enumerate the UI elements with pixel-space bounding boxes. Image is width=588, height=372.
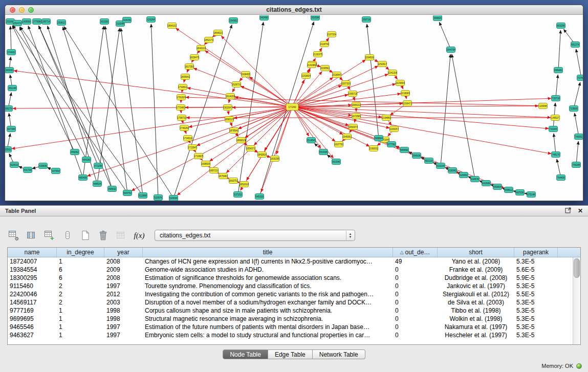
network-node[interactable]: 1770483 xyxy=(176,105,185,111)
table-cell[interactable]: Investigating the contribution of common… xyxy=(143,290,393,298)
citation-network-graph[interactable]: 1724018640231852170184021618294751817350… xyxy=(5,15,583,201)
table-cell[interactable]: 1 xyxy=(57,323,104,331)
network-node[interactable]: 464180 xyxy=(82,157,91,163)
table-cell[interactable]: Hescheler et al. (1997) xyxy=(438,331,514,339)
column-settings-button[interactable]: ⚙ xyxy=(7,229,20,242)
network-node[interactable]: 594008 xyxy=(412,153,421,159)
table-cell[interactable]: Nakamura et al. (1997) xyxy=(438,323,514,331)
network-node[interactable]: 553438 xyxy=(319,149,328,155)
network-node[interactable]: 1514545 xyxy=(307,138,316,143)
table-cell[interactable]: 5.5E-5 xyxy=(514,290,558,298)
tab-node-table[interactable]: Node Table xyxy=(223,349,268,359)
network-node[interactable]: 277698 xyxy=(33,19,41,25)
network-node[interactable]: 1734518 xyxy=(183,136,192,141)
column-header-pagerank[interactable]: pagerank xyxy=(514,248,558,257)
network-node[interactable]: 496632 xyxy=(108,186,117,192)
table-cell[interactable]: 5.3E-5 xyxy=(514,298,558,307)
network-node[interactable]: 431728 xyxy=(24,167,32,173)
network-node[interactable]: 1944794 xyxy=(446,47,455,53)
network-node[interactable]: 715718 xyxy=(552,96,560,101)
table-cell[interactable]: Corpus callosum shape and size in male p… xyxy=(143,307,393,315)
table-cell[interactable]: 9699695 xyxy=(8,315,57,323)
network-node[interactable]: 504750 xyxy=(123,190,132,196)
column-header-short[interactable]: short xyxy=(438,248,514,257)
network-node[interactable]: 1852170 xyxy=(204,37,213,43)
table-cell[interactable]: 1 xyxy=(57,315,104,323)
network-node[interactable]: 1781926 xyxy=(177,95,186,100)
network-node[interactable]: 2007320 xyxy=(341,81,351,86)
network-node[interactable]: 1805642 xyxy=(181,74,190,80)
network-node[interactable]: 1698934 xyxy=(201,161,210,167)
network-node[interactable]: 342490 xyxy=(260,15,269,20)
network-node[interactable]: 634578 xyxy=(471,177,480,182)
select-columns-button[interactable] xyxy=(25,229,38,242)
window-titlebar[interactable]: × − + citations_edges.txt xyxy=(5,5,583,15)
table-cell[interactable]: Stergiakouli et al. (2012) xyxy=(438,290,514,298)
network-node[interactable]: 285714 xyxy=(42,19,51,25)
table-row[interactable]: 1830029562008Estimation of significance … xyxy=(8,274,580,282)
table-cell[interactable]: 22420046 xyxy=(8,290,57,298)
network-node[interactable]: 2229694 xyxy=(396,80,405,86)
network-node[interactable]: 1864102 xyxy=(167,23,177,29)
network-node[interactable]: 1926731 xyxy=(232,82,241,87)
table-cell[interactable]: Jankovic et al. (1997) xyxy=(438,282,514,290)
network-node[interactable]: 399276 xyxy=(5,106,13,112)
network-node[interactable]: 1746290 xyxy=(180,125,189,131)
table-cell[interactable]: 19384554 xyxy=(8,266,57,274)
network-node[interactable]: 1937750 xyxy=(334,142,343,147)
network-node[interactable]: 447954 xyxy=(52,168,60,174)
table-row[interactable]: 946362711997Embryonic stem cells: a mode… xyxy=(8,331,580,339)
table-cell[interactable]: Disruption of a novel member of a sodium… xyxy=(143,298,393,307)
network-node[interactable]: 1914208 xyxy=(226,94,235,99)
network-node[interactable]: 650804 xyxy=(493,184,502,190)
network-node[interactable]: 439836 xyxy=(39,163,48,169)
table-cell[interactable]: Wolkin et al. (1998) xyxy=(438,315,514,323)
network-node[interactable]: 1866019 xyxy=(236,138,246,143)
network-node[interactable]: 748170 xyxy=(552,152,560,158)
table-cell[interactable]: 49 xyxy=(393,257,438,266)
table-row[interactable]: 969969511998Structural magnetic resonanc… xyxy=(8,315,580,323)
network-node[interactable]: 326264 xyxy=(147,17,156,23)
network-node[interactable]: 1710825 xyxy=(194,154,203,159)
table-cell[interactable]: 5.3E-5 xyxy=(514,282,558,290)
network-node[interactable]: 626460 xyxy=(460,172,468,178)
network-node[interactable]: 456062 xyxy=(71,149,79,155)
table-cell[interactable]: 1 xyxy=(57,257,104,266)
vertical-scrollbar[interactable] xyxy=(573,257,580,344)
table-cell[interactable]: 1 xyxy=(57,307,104,315)
network-node[interactable]: 1972589 xyxy=(352,114,361,119)
delete-table-button[interactable] xyxy=(97,229,110,242)
import-table-button[interactable] xyxy=(115,229,128,242)
table-cell[interactable]: 9777169 xyxy=(8,307,57,315)
network-node[interactable]: 1663752 xyxy=(229,178,238,184)
network-node[interactable]: 1938455 xyxy=(241,72,250,77)
table-cell[interactable]: 0 xyxy=(393,298,438,307)
table-cell[interactable]: Estimation of significance thresholds fo… xyxy=(143,274,393,282)
network-node[interactable]: 1960974 xyxy=(349,124,358,130)
network-node[interactable]: 383050 xyxy=(5,68,14,73)
network-node[interactable]: 731944 xyxy=(549,126,558,132)
window-zoom-button[interactable]: + xyxy=(28,7,34,13)
table-cell[interactable]: 2003 xyxy=(104,298,143,307)
network-node[interactable]: 261472 xyxy=(13,20,22,26)
table-row[interactable]: 2242004622012Investigating the contribut… xyxy=(8,290,580,298)
table-cell[interactable]: 6 xyxy=(57,266,104,274)
network-node[interactable]: 391168 xyxy=(8,85,17,91)
network-node[interactable]: 1758731 xyxy=(177,115,186,121)
network-node[interactable]: 358716 xyxy=(362,17,371,23)
network-node[interactable]: 334382 xyxy=(229,18,238,24)
function-builder-button[interactable]: f(x) xyxy=(133,229,146,242)
network-node[interactable]: 1984102 xyxy=(352,102,361,108)
table-selector-dropdown[interactable]: citations_edges.txt ▲ ▼ xyxy=(155,230,355,241)
table-cell[interactable]: 0 xyxy=(393,274,438,282)
table-cell[interactable]: 0 xyxy=(393,290,438,298)
table-cell[interactable]: 5.3E-5 xyxy=(514,307,558,315)
network-node[interactable]: 707600 xyxy=(577,75,583,81)
table-cell[interactable]: 1998 xyxy=(104,315,143,323)
network-node[interactable]: 577782 xyxy=(387,142,396,147)
network-node[interactable]: 1722647 xyxy=(188,145,197,150)
network-node[interactable]: 1793810 xyxy=(178,84,187,90)
selection-mode-button[interactable] xyxy=(61,229,74,242)
table-cell[interactable]: 9463627 xyxy=(8,331,57,339)
network-canvas[interactable]: 1724018640231852170184021618294751817350… xyxy=(5,15,583,201)
